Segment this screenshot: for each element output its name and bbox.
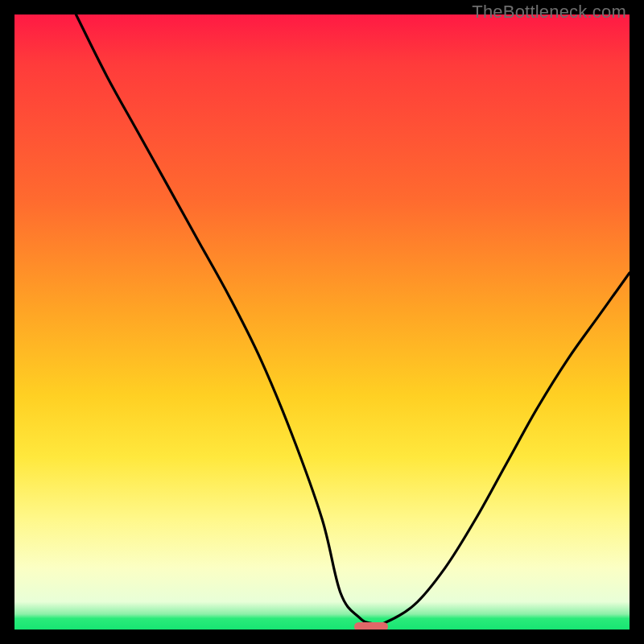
plot-area — [14, 14, 630, 630]
minimum-marker — [354, 622, 388, 630]
curve-path — [76, 14, 630, 625]
watermark-text: TheBottleneck.com — [472, 2, 626, 23]
chart-frame: TheBottleneck.com — [0, 0, 644, 644]
bottleneck-curve — [14, 14, 630, 630]
